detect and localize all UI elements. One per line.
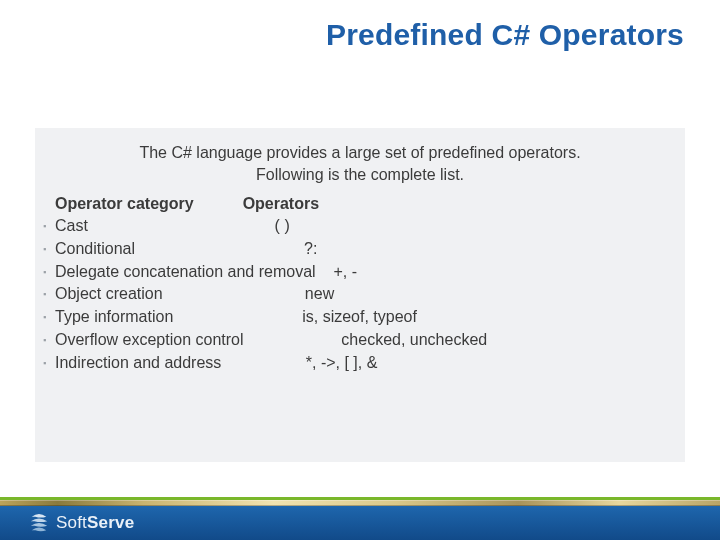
content-panel: The C# language provides a large set of …: [35, 128, 685, 462]
list-item: ▪ Indirection and address *, ->, [ ], &: [43, 352, 677, 375]
brand-soft: Soft: [56, 513, 87, 532]
logo-mark-icon: [28, 513, 50, 533]
bullet-icon: ▪: [43, 352, 55, 374]
list-item: ▪ Delegate concatenation and removal +, …: [43, 261, 677, 284]
row-text: Overflow exception control checked, unch…: [55, 329, 487, 352]
brand-logo: SoftServe: [28, 513, 134, 533]
row-text: Conditional ?:: [55, 238, 317, 261]
list-item: ▪ Conditional ?:: [43, 238, 677, 261]
row-text: Delegate concatenation and removal +, -: [55, 261, 357, 284]
list-item: ▪ Overflow exception control checked, un…: [43, 329, 677, 352]
header-category: Operator category: [55, 195, 194, 212]
bullet-icon: ▪: [43, 306, 55, 328]
row-text: Object creation new: [55, 283, 334, 306]
header-operators: Operators: [243, 195, 319, 212]
row-text: Cast ( ): [55, 215, 290, 238]
bullet-icon: ▪: [43, 261, 55, 283]
row-text: Type information is, sizeof, typeof: [55, 306, 417, 329]
slide-title: Predefined C# Operators: [326, 18, 684, 52]
intro-line-1: The C# language provides a large set of …: [139, 144, 580, 161]
bullet-icon: ▪: [43, 238, 55, 260]
intro-line-2: Following is the complete list.: [256, 166, 464, 183]
list-item: ▪ Cast ( ): [43, 215, 677, 238]
bullet-icon: ▪: [43, 215, 55, 237]
brand-serve: Serve: [87, 513, 134, 532]
brand-name: SoftServe: [56, 513, 134, 533]
footer: SoftServe: [0, 497, 720, 540]
bullet-icon: ▪: [43, 283, 55, 305]
list-item: ▪ Object creation new: [43, 283, 677, 306]
footer-blue-bar: SoftServe: [0, 506, 720, 540]
row-text: Indirection and address *, ->, [ ], &: [55, 352, 377, 375]
list-item: ▪ Type information is, sizeof, typeof: [43, 306, 677, 329]
bullet-icon: ▪: [43, 329, 55, 351]
intro-text: The C# language provides a large set of …: [43, 142, 677, 185]
column-headers: Operator category Operators: [43, 195, 677, 213]
